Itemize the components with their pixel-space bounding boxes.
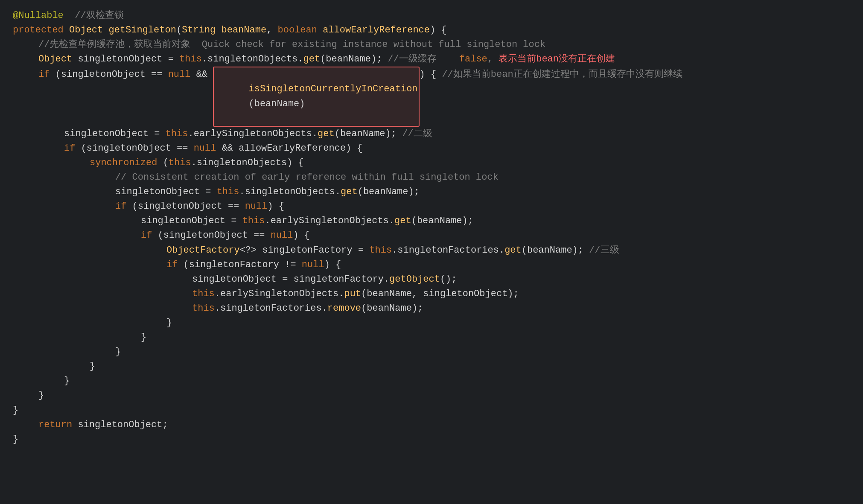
code-line-8: synchronized ( this .singletonObjects) { xyxy=(13,156,850,170)
code-line-20: } xyxy=(13,330,850,345)
code-line-17: this .earlySingletonObjects. put (beanNa… xyxy=(13,287,850,301)
code-line-6: singletonObject = this .earlySingletonOb… xyxy=(13,127,850,141)
code-line-22: } xyxy=(13,359,850,374)
code-line-14: ObjectFactory <?> singletonFactory = thi… xyxy=(13,243,850,258)
code-line-15: if (singletonFactory != null ) { xyxy=(13,258,850,272)
code-line-4: Object singletonObject = this .singleton… xyxy=(13,52,850,67)
comment: //先检查单例缓存池，获取当前对象 Quick check for existi… xyxy=(38,38,545,52)
code-line-27: } xyxy=(13,432,850,447)
code-editor: @Nullable //双检查锁 protected Object getSin… xyxy=(0,0,863,504)
code-line-18: this .singletonFactories. remove (beanNa… xyxy=(13,301,850,316)
code-line-16: singletonObject = singletonFactory. getO… xyxy=(13,272,850,287)
code-line-1: @Nullable //双检查锁 xyxy=(13,9,850,23)
code-line-2: protected Object getSingleton ( String b… xyxy=(13,23,850,38)
highlighted-method: isSingletonCurrentlyInCreation (beanName… xyxy=(213,67,419,126)
code-line-10: singletonObject = this .singletonObjects… xyxy=(13,185,850,199)
code-line-24: } xyxy=(13,388,850,403)
code-line-7: if (singletonObject == null && allowEarl… xyxy=(13,141,850,156)
code-line-23: } xyxy=(13,374,850,388)
code-line-3: //先检查单例缓存池，获取当前对象 Quick check for existi… xyxy=(13,38,850,52)
code-line-9: // Consistent creation of early referenc… xyxy=(13,170,850,185)
code-line-25: } xyxy=(13,403,850,418)
code-line-12: singletonObject = this .earlySingletonOb… xyxy=(13,214,850,228)
code-line-21: } xyxy=(13,345,850,359)
code-line-11: if (singletonObject == null ) { xyxy=(13,199,850,214)
code-line-19: } xyxy=(13,316,850,330)
comment: //双检查锁 xyxy=(75,9,123,23)
annotation: @Nullable xyxy=(13,9,64,23)
code-line-5: if (singletonObject == null && isSinglet… xyxy=(13,67,850,126)
code-line-26: return singletonObject; xyxy=(13,418,850,432)
code-line-13: if (singletonObject == null ) { xyxy=(13,228,850,243)
